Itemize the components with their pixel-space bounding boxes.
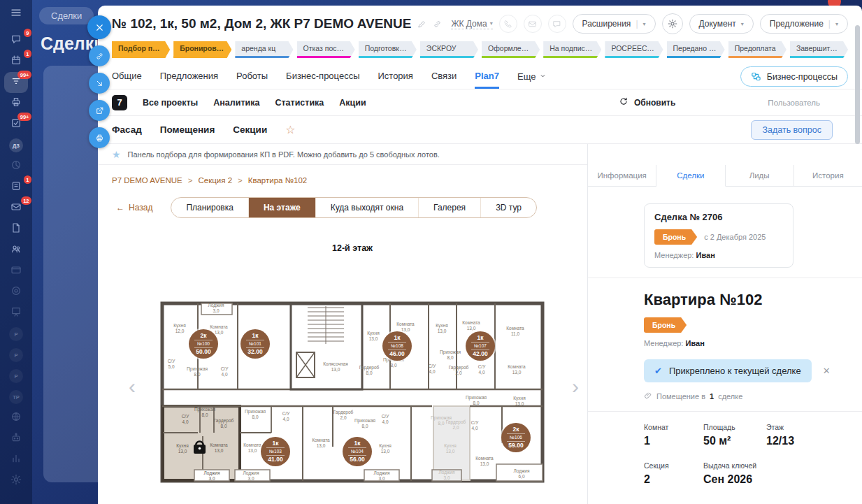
settings-gear-button[interactable] [662, 13, 683, 34]
apartment-badge-107[interactable]: 1к№10742.00 [466, 331, 495, 361]
plan7-submenu-2[interactable]: Секции [233, 124, 267, 135]
main-tab-0[interactable]: Общие [112, 64, 142, 89]
main-tab-5[interactable]: Связи [431, 64, 457, 89]
ask-question-button[interactable]: Задать вопрос [751, 120, 833, 140]
pipeline-stage[interactable]: Оформление д... [482, 41, 540, 58]
sidebar-item-gear[interactable] [4, 470, 28, 491]
copy-link-icon[interactable] [433, 20, 442, 29]
pipeline-stage[interactable]: Подготовка До... [359, 41, 417, 58]
panel-tab-0[interactable]: Информация [588, 165, 656, 187]
tab-more[interactable]: Еще [517, 71, 547, 82]
plan7-submenu-1[interactable]: Помещения [160, 124, 215, 135]
pipeline-stage[interactable]: ЭСКРОУ [420, 41, 478, 58]
arrow-dr-edge-button[interactable] [89, 73, 110, 94]
sidebar-item-screen[interactable] [4, 303, 28, 324]
main-tab-2[interactable]: Роботы [236, 64, 268, 89]
plan7-menu-1[interactable]: Аналитика [213, 98, 259, 108]
business-processes-button[interactable]: Бизнес-процессы [740, 66, 848, 87]
view-tab-4[interactable]: 3D тур [481, 198, 536, 217]
main-tab-1[interactable]: Предложения [160, 64, 218, 89]
deal-card[interactable]: Сделка № 2706 Бронь с 2 Декабря 2025 Мен… [644, 203, 793, 268]
panel-tab-3[interactable]: История [794, 165, 862, 187]
panel-tab-1[interactable]: Сделки [656, 165, 725, 187]
main-tab-4[interactable]: История [378, 64, 412, 89]
apartment-badge-103[interactable]: 1к№10341.00 [261, 437, 290, 466]
apartment-badge-100[interactable]: 2к№10050.00 [189, 329, 218, 359]
close-edge-button[interactable] [87, 15, 111, 39]
sidebar-item-mail[interactable]: 12 [4, 198, 28, 219]
sidebar-item-pie[interactable] [4, 156, 28, 177]
printer-edge-button[interactable] [89, 127, 110, 148]
document-button[interactable]: Документ ▾ [689, 14, 754, 34]
breadcrumb-item-1[interactable]: Секция 2 [198, 176, 232, 185]
sidebar-item-card[interactable] [4, 261, 28, 282]
phone-icon[interactable] [499, 15, 517, 33]
sidebar-item-target[interactable] [4, 282, 28, 303]
sidebar-item-globe[interactable] [4, 408, 28, 429]
plan7-menu-0[interactable]: Все проекты [143, 98, 198, 108]
sidebar-item-chat[interactable]: 9 [4, 30, 28, 51]
menu-toggle-button[interactable] [10, 6, 22, 22]
external-edge-button[interactable] [89, 100, 110, 121]
sidebar-item-notes[interactable]: 1 [4, 177, 28, 198]
pipeline-stage[interactable]: На подписании [543, 41, 601, 58]
extensions-button[interactable]: Расширения | ▾ [573, 14, 656, 34]
pipeline-stage[interactable]: РОСРЕЕСТР [605, 41, 663, 58]
back-link[interactable]: ← Назад [116, 203, 152, 213]
plan7-submenu-0[interactable]: Фасад [112, 124, 142, 135]
apartment-badge-106[interactable]: 2к№10659.00 [501, 423, 531, 452]
offer-button[interactable]: Предложение | ▾ [760, 14, 848, 34]
main-tab-6[interactable]: Plan7 [475, 64, 499, 89]
refresh-button[interactable]: Обновить [619, 96, 675, 108]
sidebar-item-robot[interactable] [4, 429, 28, 449]
floorplan-room-label: С/У4,0 [282, 411, 290, 422]
breadcrumb-item-0[interactable]: P7 DEMO AVENUE [112, 176, 182, 185]
chevron-left-icon[interactable]: ‹ [129, 376, 136, 397]
sidebar-item-circle-p[interactable]: P [4, 345, 28, 366]
chat-icon[interactable] [548, 15, 566, 33]
view-tab-2[interactable]: Куда выходят окна [316, 198, 419, 217]
pipeline-stage[interactable]: Бронирование [173, 41, 231, 58]
floorplan-room-label: С/У4,0 [478, 364, 486, 375]
sidebar-item-funnel[interactable]: 99+ [4, 72, 28, 93]
pipeline-stage[interactable]: Передано в бу... [667, 41, 725, 58]
notification-badge: 99+ [17, 71, 31, 79]
sidebar-item-circle-tp[interactable]: TP [4, 387, 28, 408]
scrollbar[interactable] [855, 25, 860, 144]
favorites-star-icon[interactable]: ☆ [285, 123, 295, 136]
main-tab-3[interactable]: Бизнес-процессы [286, 64, 359, 89]
breadcrumb-item-2[interactable]: Квартира №102 [248, 176, 307, 185]
mail-icon[interactable] [524, 15, 542, 33]
apartment-badge-101[interactable]: 1к№10132.00 [240, 329, 270, 359]
sidebar-item-chart[interactable] [4, 449, 28, 470]
sidebar-item-doc[interactable] [4, 219, 28, 240]
sidebar-item-circle-p[interactable]: P [4, 324, 28, 345]
view-tab-1[interactable]: На этаже [249, 198, 316, 217]
pipeline-stage[interactable]: аренда кц [235, 41, 293, 58]
apartment-badge-104[interactable]: 1к№10456.00 [343, 437, 372, 466]
apartment-badge-108[interactable]: 1к№10846.00 [382, 331, 412, 361]
sidebar-item-tasks[interactable]: 99+ [4, 114, 28, 135]
deals-note[interactable]: Помещение в 1 сделке [644, 391, 862, 401]
sidebar-item-circle-дз[interactable]: ДЗ [4, 135, 28, 156]
plan7-menu-2[interactable]: Статистика [275, 98, 324, 108]
detach-close-icon[interactable]: ✕ [823, 366, 831, 376]
edit-title-icon[interactable] [417, 20, 426, 29]
price-block: 8 000 000 ₽ 160 000 ₽/м² [588, 486, 862, 504]
chevron-right-icon[interactable]: › [572, 376, 579, 397]
pipeline-stage[interactable]: Отказ после бр... [297, 41, 355, 58]
chain-edge-button[interactable] [89, 45, 110, 66]
sidebar-item-users[interactable] [4, 240, 28, 261]
pipeline-stage[interactable]: Завершить сде... [790, 41, 848, 58]
sidebar-item-circle-p[interactable]: P [4, 366, 28, 387]
view-tab-3[interactable]: Галерея [419, 198, 481, 217]
entity-select[interactable]: ЖК Дома ▾ [451, 19, 492, 29]
plan7-menu-3[interactable]: Акции [339, 98, 366, 108]
sidebar-item-calendar[interactable]: 1 [4, 51, 28, 72]
sidebar-item-printer[interactable] [4, 93, 28, 114]
panel-tab-2[interactable]: Лиды [726, 165, 794, 187]
view-tab-0[interactable]: Планировка [171, 198, 249, 217]
pipeline-stage[interactable]: Подбор помещ... [112, 41, 170, 58]
user-label[interactable]: Пользователь [768, 99, 820, 107]
pipeline-stage[interactable]: Предоплата [728, 41, 786, 58]
